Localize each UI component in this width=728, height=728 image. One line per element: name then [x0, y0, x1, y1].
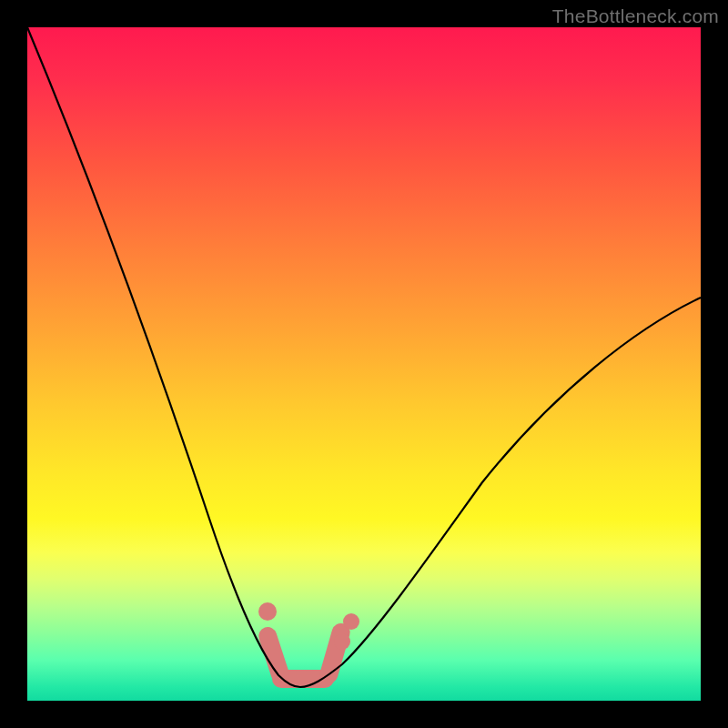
chart-frame: TheBottleneck.com [0, 0, 728, 728]
watermark-text: TheBottleneck.com [552, 5, 719, 27]
curve-right-branch [300, 298, 701, 687]
curve-left-branch [27, 27, 300, 687]
bottleneck-curve [27, 27, 701, 701]
plot-area [27, 27, 701, 701]
